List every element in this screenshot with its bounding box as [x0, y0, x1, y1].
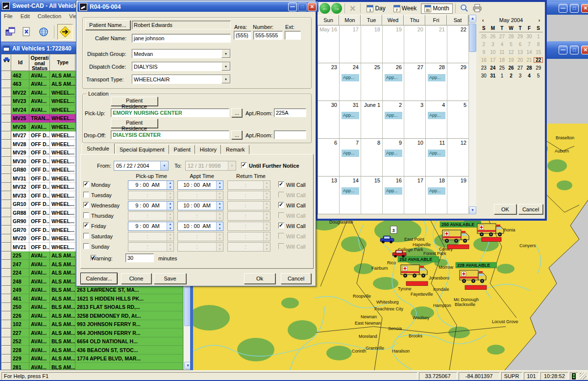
calendar-scrollbar[interactable]: ▲ ▼ — [468, 15, 476, 214]
mini-calendar-day[interactable]: 31 — [489, 73, 498, 78]
mini-calendar-day[interactable]: 4 — [525, 73, 534, 78]
calendar-day-cell[interactable]: 10 — [404, 139, 426, 177]
mini-calendar-day[interactable]: 14 — [525, 50, 534, 55]
row-selector[interactable] — [1, 71, 11, 80]
ambulance-icon[interactable] — [401, 265, 427, 278]
tab-history[interactable]: History — [196, 145, 221, 154]
appointment-chip[interactable]: App... — [428, 150, 445, 157]
spin-up-icon[interactable]: ▲ — [167, 181, 173, 185]
row-selector[interactable] — [1, 294, 11, 303]
chevron-down-icon[interactable]: ▼ — [221, 62, 230, 71]
row-selector[interactable] — [1, 131, 11, 140]
minimize-button[interactable]: — — [559, 4, 567, 13]
mini-calendar-day[interactable]: 25 — [479, 34, 489, 39]
calendar-day-cell[interactable]: 24App... — [340, 63, 361, 101]
appt-time-spinner[interactable]: 10 : 00 AM▲▼ — [177, 201, 223, 210]
column-header-id[interactable]: Id — [11, 54, 29, 71]
ext-field[interactable] — [285, 31, 301, 40]
cancel-button[interactable]: Cancel — [281, 273, 311, 284]
calendar-day-cell[interactable]: 22 — [447, 25, 469, 63]
save-button[interactable]: Save — [154, 273, 186, 284]
close-button[interactable]: ✕ — [581, 46, 588, 54]
row-selector[interactable] — [1, 363, 11, 370]
minimize-button[interactable]: — — [559, 46, 567, 54]
globe-icon[interactable] — [36, 25, 51, 39]
week-view-button[interactable]: 7Week — [390, 3, 420, 14]
calendar-day-cell[interactable]: 16App... — [383, 177, 404, 214]
day-checkbox-tuesday[interactable] — [83, 192, 89, 198]
day-checkbox-wednesday[interactable] — [83, 202, 89, 208]
calendar-dow-header[interactable]: Fri — [425, 15, 447, 25]
mini-calendar-day[interactable]: 19 — [507, 57, 516, 63]
mini-calendar-day[interactable]: 25 — [497, 65, 507, 71]
mini-calendar-day[interactable]: 2 — [507, 73, 516, 78]
phone-number-field[interactable]: 555-5555 — [253, 31, 283, 40]
day-checkbox-monday[interactable] — [83, 181, 89, 187]
cascade-windows-icon[interactable] — [3, 25, 18, 39]
row-selector[interactable] — [1, 226, 11, 234]
row-selector[interactable] — [1, 320, 11, 329]
menu-file[interactable]: File — [0, 12, 17, 21]
mini-calendar-day[interactable]: 15 — [534, 50, 543, 55]
tab-patient[interactable]: Patient — [170, 145, 195, 154]
calendar-day-cell[interactable]: 4App... — [426, 101, 447, 139]
ok-button[interactable]: Ok — [244, 273, 275, 284]
mini-calendar-day[interactable]: 13 — [515, 50, 525, 55]
appointment-chip[interactable]: App... — [342, 112, 359, 119]
mini-calendar-day[interactable]: 5 — [507, 42, 516, 47]
calendar-day-cell[interactable]: 28App... — [426, 63, 447, 101]
calendar-ok-button[interactable]: OK — [494, 204, 516, 214]
mini-calendar-day[interactable]: 23 — [479, 65, 489, 71]
column-header-status[interactable]: Operational Status — [29, 54, 50, 71]
calendar-day-cell[interactable]: 2App... — [383, 101, 404, 139]
column-header-type[interactable]: Type — [50, 54, 75, 71]
pickup-time-spinner[interactable]: 9 : 00 AM▲▼ — [128, 222, 174, 231]
calendar-day-cell[interactable]: 31App... — [340, 101, 361, 139]
mini-calendar-day[interactable]: 29 — [534, 65, 543, 71]
spin-down-icon[interactable]: ▼ — [167, 227, 173, 231]
calendar-button[interactable]: Calendar... — [81, 273, 117, 284]
calendar-day-cell[interactable]: 30 — [318, 101, 340, 139]
row-selector[interactable] — [1, 286, 11, 295]
dialog-titlebar[interactable]: R04-05-004 — □ ✕ — [77, 1, 318, 12]
row-selector[interactable] — [1, 166, 11, 175]
dropoff-field[interactable]: DIALYSIS CENTER — [111, 130, 229, 139]
ambulance-icon[interactable] — [460, 270, 486, 283]
mini-calendar-day[interactable]: 27 — [497, 34, 507, 39]
scroll-down-icon[interactable]: ▼ — [469, 206, 476, 214]
vehicle-row[interactable]: 227AVAI...ALS AM...964 JOHNSON FERRY R..… — [1, 329, 192, 337]
close-button[interactable]: ✕ — [581, 4, 588, 13]
mini-calendar-day[interactable]: 1 — [534, 34, 543, 39]
calendar-day-cell[interactable]: 19 — [383, 25, 404, 63]
vehicle-row[interactable]: 252AVAI...BLS AM...6654 OLD NATIONAL H..… — [1, 337, 192, 346]
vehicle-row[interactable]: 226AVAI...ALS AM...3258 DEMOONEY RD, At.… — [1, 311, 192, 320]
day-checkbox-friday[interactable] — [83, 223, 89, 229]
row-selector[interactable] — [1, 346, 11, 355]
day-checkbox-thursday[interactable] — [83, 212, 89, 218]
magnifier-icon[interactable] — [458, 3, 470, 13]
pickup-time-spinner[interactable]: 9 : 00 AM▲▼ — [128, 201, 174, 210]
dispatch-code-combo[interactable]: DIALYSIS▼ — [132, 62, 231, 71]
row-selector[interactable] — [1, 260, 11, 269]
mini-calendar-day[interactable]: 17 — [489, 57, 498, 63]
appointment-chip[interactable]: App... — [385, 150, 402, 157]
calendar-day-cell[interactable]: June 1 — [361, 101, 383, 139]
mini-calendar-day[interactable]: 3 — [515, 73, 525, 78]
row-selector[interactable] — [1, 183, 11, 192]
appointment-chip[interactable]: App... — [428, 74, 445, 81]
appointment-chip[interactable]: App... — [342, 187, 359, 195]
vehicle-icon-column-header[interactable] — [1, 54, 11, 71]
mini-calendar-day[interactable]: 12 — [507, 50, 516, 55]
row-selector[interactable] — [1, 80, 11, 89]
calendar-dow-header[interactable]: Wed — [382, 15, 404, 25]
resize-grip[interactable] — [580, 373, 587, 380]
mini-calendar-day[interactable]: 16 — [479, 57, 489, 63]
mini-calendar-day[interactable]: 5 — [534, 73, 543, 78]
row-selector[interactable] — [1, 88, 11, 97]
calendar-dow-header[interactable]: Thu — [404, 15, 425, 25]
print-icon[interactable] — [471, 3, 484, 13]
mini-calendar-day[interactable]: 1 — [497, 73, 507, 78]
row-selector[interactable] — [1, 208, 11, 217]
mini-calendar-day[interactable]: 9 — [479, 50, 489, 55]
delete-icon[interactable]: ✕ — [347, 4, 358, 13]
